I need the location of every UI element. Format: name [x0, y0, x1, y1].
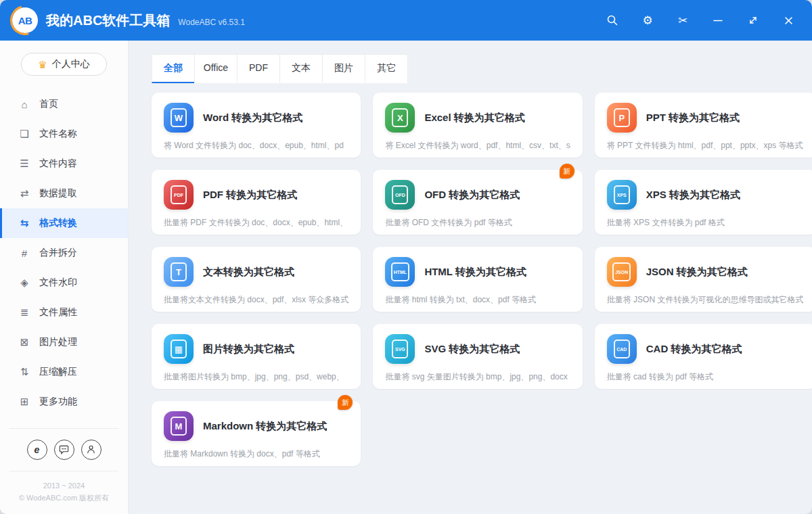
sidebar-item-label: 格式转换	[39, 217, 77, 229]
tool-card[interactable]: 新 M Markdown 转换为其它格式 批量将 Markdown 转换为 do…	[152, 401, 361, 466]
tool-title: 图片转换为其它格式	[203, 343, 294, 356]
tool-description: 将 PPT 文件转换为 html、pdf、ppt、pptx、xps 等格式	[607, 140, 804, 151]
sidebar-item[interactable]: ⊠ 图片处理	[0, 327, 128, 357]
tool-card[interactable]: 新 OFD OFD 转换为其它格式 批量将 OFD 文件转换为 pdf 等格式	[373, 170, 582, 235]
sidebar-item[interactable]: ≣ 文件属性	[0, 298, 128, 327]
tool-card[interactable]: X Excel 转换为其它格式 将 Excel 文件转换为 word、pdf、h…	[373, 93, 582, 158]
sidebar-item[interactable]: ☰ 文件内容	[0, 149, 128, 179]
sidebar-item-icon: ⇄	[18, 187, 30, 200]
tool-title: Markdown 转换为其它格式	[203, 420, 327, 433]
tool-card[interactable]: P PPT 转换为其它格式 将 PPT 文件转换为 html、pdf、ppt、p…	[595, 93, 812, 158]
tool-icon: OFD	[385, 180, 415, 210]
tool-card[interactable]: PDF PDF 转换为其它格式 批量将 PDF 文件转换为 doc、docx、e…	[152, 170, 361, 235]
sidebar-item[interactable]: ◈ 文件水印	[0, 268, 128, 298]
tool-icon: P	[607, 103, 637, 133]
sidebar-item-label: 更多功能	[39, 396, 77, 408]
sidebar-item[interactable]: ⇄ 数据提取	[0, 179, 128, 208]
tool-card-header: W Word 转换为其它格式	[164, 103, 348, 133]
tool-title: PPT 转换为其它格式	[646, 112, 740, 124]
tool-card-header: JSON JSON 转换为其它格式	[607, 257, 804, 287]
tool-title: Excel 转换为其它格式	[424, 112, 524, 124]
settings-gear-icon[interactable]: ⚙	[640, 13, 655, 28]
sidebar-item[interactable]: ⊞ 更多功能	[0, 387, 128, 417]
category-tab[interactable]: 文本	[279, 54, 323, 83]
sidebar: ♛ 个人中心 ⌂ 首页 ❏ 文件名称 ☰ 文件内容 ⇄ 数据提取 ⇆ 格式转换 …	[0, 41, 129, 514]
sidebar-item[interactable]: ⇆ 格式转换	[0, 208, 128, 238]
sidebar-item[interactable]: # 合并拆分	[0, 238, 128, 268]
category-tab[interactable]: Office	[194, 54, 238, 83]
tool-icon-label: CAD	[614, 340, 630, 358]
app-logo-icon: AB	[12, 7, 38, 33]
sidebar-item-icon: ≣	[18, 306, 30, 319]
tool-card[interactable]: CAD CAD 转换为其它格式 批量将 cad 转换为 pdf 等格式	[595, 324, 812, 389]
tool-icon: JSON	[607, 257, 637, 287]
resize-restore-button[interactable]	[746, 13, 761, 28]
person-icon	[86, 444, 96, 454]
sidebar-item-icon: #	[18, 248, 30, 259]
tool-card-header: ▦ 图片转换为其它格式	[164, 334, 348, 364]
tool-icon-label: M	[171, 417, 187, 436]
tool-icon-label: T	[171, 262, 187, 281]
category-tabs: 全部OfficePDF文本图片其它	[152, 54, 794, 83]
sidebar-footer: e 2013 ~ 2024 © WodeABC.com 版权所有	[9, 428, 118, 514]
tool-card[interactable]: JSON JSON 转换为其它格式 批量将 JSON 文件转换为可视化的思维导图…	[595, 247, 812, 312]
category-tab[interactable]: 图片	[322, 54, 365, 83]
tool-description: 批量将文本文件转换为 docx、pdf、xlsx 等众多格式	[164, 294, 348, 306]
new-badge: 新	[338, 395, 353, 410]
sidebar-item-label: 数据提取	[39, 187, 77, 200]
sidebar-quick-links: e	[9, 440, 118, 460]
tool-icon: M	[164, 411, 194, 441]
scissors-screenshot-icon[interactable]: ✂	[675, 13, 690, 28]
tool-card[interactable]: W Word 转换为其它格式 将 Word 文件转换为 doc、docx、epu…	[152, 93, 361, 158]
sidebar-item-icon: ❏	[18, 128, 30, 140]
tool-card[interactable]: ▦ 图片转换为其它格式 批量将图片转换为 bmp、jpg、png、psd、web…	[152, 324, 361, 389]
tool-card-header: M Markdown 转换为其它格式	[164, 411, 348, 441]
tool-icon-label: W	[171, 108, 187, 127]
tool-card-header: OFD OFD 转换为其它格式	[385, 180, 570, 210]
tool-card[interactable]: HTML HTML 转换为其它格式 批量将 html 转换为 txt、docx、…	[373, 247, 582, 312]
tool-card[interactable]: SVG SVG 转换为其它格式 批量将 svg 矢量图片转换为 bmp、jpg、…	[373, 324, 582, 389]
sidebar-menu: ⌂ 首页 ❏ 文件名称 ☰ 文件内容 ⇄ 数据提取 ⇆ 格式转换 # 合并拆分 …	[0, 89, 128, 417]
sidebar-item-icon: ⇅	[18, 366, 30, 378]
minimize-button[interactable]	[710, 13, 725, 28]
tool-icon: CAD	[607, 334, 637, 364]
titlebar-actions: ⚙ ✂	[605, 13, 796, 28]
sidebar-item-label: 合并拆分	[39, 247, 77, 259]
sidebar-item-label: 文件属性	[39, 306, 77, 319]
tool-title: JSON 转换为其它格式	[646, 266, 748, 279]
tool-card-header: HTML HTML 转换为其它格式	[385, 257, 570, 287]
tool-icon-label: XPS	[614, 185, 630, 204]
tool-card[interactable]: T 文本转换为其它格式 批量将文本文件转换为 docx、pdf、xlsx 等众多…	[152, 247, 361, 312]
close-button[interactable]	[781, 13, 796, 28]
category-tab[interactable]: 全部	[152, 54, 195, 83]
tool-description: 批量将 Markdown 转换为 docx、pdf 等格式	[164, 448, 348, 460]
sidebar-item[interactable]: ❏ 文件名称	[0, 119, 128, 149]
titlebar: AB 我的ABC软件工具箱 WodeABC v6.53.1 ⚙ ✂	[0, 0, 812, 41]
tool-title: OFD 转换为其它格式	[424, 189, 520, 202]
tool-icon: XPS	[607, 180, 637, 210]
contact-person-button[interactable]	[81, 440, 102, 460]
sidebar-item[interactable]: ⇅ 压缩解压	[0, 357, 128, 387]
chat-support-button[interactable]	[54, 440, 74, 460]
tool-icon-label: JSON	[612, 262, 631, 281]
sidebar-item-icon: ⊞	[18, 396, 30, 408]
tool-icon: T	[164, 257, 194, 287]
category-tab[interactable]: PDF	[237, 54, 280, 83]
browser-link-button[interactable]: e	[27, 440, 47, 460]
tool-icon-label: SVG	[392, 340, 408, 358]
tool-description: 将 Word 文件转换为 doc、docx、epub、html、pd	[164, 140, 348, 151]
sidebar-item-label: 首页	[39, 98, 58, 110]
tool-title: PDF 转换为其它格式	[203, 189, 297, 202]
category-tab[interactable]: 其它	[365, 54, 408, 83]
tool-icon-label: ▦	[171, 340, 187, 358]
tool-icon: HTML	[385, 257, 415, 287]
profile-center-button[interactable]: ♛ 个人中心	[21, 53, 106, 76]
search-icon[interactable]	[605, 13, 620, 28]
tool-card[interactable]: XPS XPS 转换为其它格式 批量将 XPS 文件转换为 pdf 格式	[595, 170, 812, 235]
tool-description: 批量将 XPS 文件转换为 pdf 格式	[607, 217, 804, 229]
tool-icon-label: X	[392, 108, 408, 127]
tool-icon: X	[385, 103, 415, 133]
sidebar-item[interactable]: ⌂ 首页	[0, 89, 128, 119]
app-title: 我的ABC软件工具箱	[46, 11, 170, 30]
sidebar-item-icon: ⌂	[18, 99, 30, 110]
